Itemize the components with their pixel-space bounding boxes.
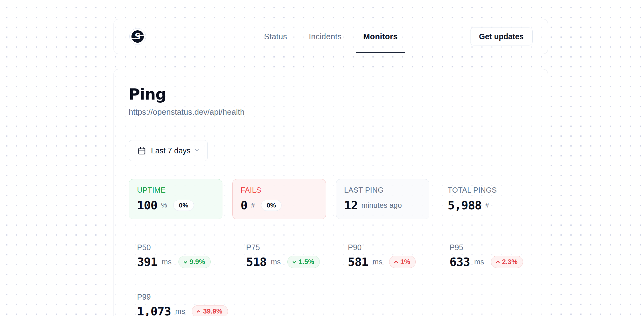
trend-value: 1%	[400, 258, 410, 266]
calendar-icon	[138, 147, 146, 155]
percentile-unit: ms	[162, 258, 172, 266]
trend-badge: 1.5%	[287, 256, 320, 268]
stat-card-last-ping: LAST PING 12 minutes ago	[336, 179, 430, 219]
trend-badge: 2.3%	[491, 256, 523, 268]
stat-value: 0	[241, 199, 247, 212]
percentile-unit: ms	[474, 258, 484, 266]
stat-delta-badge: 0%	[173, 200, 194, 211]
stat-label: LAST PING	[344, 186, 421, 195]
stat-card-uptime: UPTIME 100 % 0%	[129, 179, 222, 219]
trend-badge: 39.9%	[192, 305, 228, 316]
date-range-label: Last 7 days	[151, 146, 191, 155]
stat-card-total-pings: TOTAL PINGS 5,988 #	[439, 179, 533, 219]
trend-value: 2.3%	[502, 258, 517, 266]
nav-tabs: Status Incidents Monitors	[264, 19, 397, 54]
percentile-label: P99	[137, 292, 228, 301]
percentiles-grid: P50 391 ms 9.9% P75 518 ms 1.5%	[129, 243, 533, 316]
percentile-value: 391	[137, 255, 157, 269]
percentile-p99: P99 1,073 ms 39.9%	[129, 292, 228, 316]
monitor-url: https://openstatus.dev/api/health	[129, 107, 533, 117]
stat-label: FAILS	[241, 186, 318, 195]
stat-delta-badge: 0%	[261, 200, 281, 211]
logo-s-glyph: S	[135, 32, 140, 41]
percentile-p95: P95 633 ms 2.3%	[441, 243, 533, 269]
openstatus-logo[interactable]: S	[129, 28, 146, 45]
chevron-down-icon	[195, 147, 199, 152]
percentile-unit: ms	[271, 258, 281, 266]
stat-card-fails: FAILS 0 # 0%	[232, 179, 326, 219]
trend-up-icon	[197, 310, 201, 314]
tab-incidents[interactable]: Incidents	[309, 19, 341, 54]
date-range-dropdown[interactable]: Last 7 days	[129, 140, 208, 161]
stat-unit: %	[161, 201, 167, 209]
percentile-value: 633	[449, 255, 470, 269]
percentile-unit: ms	[372, 258, 382, 266]
monitor-card: Ping https://openstatus.dev/api/health L…	[114, 69, 548, 316]
stat-label: TOTAL PINGS	[448, 186, 525, 195]
percentile-value: 518	[246, 255, 267, 269]
trend-value: 1.5%	[298, 258, 314, 266]
stat-label: UPTIME	[137, 186, 214, 195]
trend-badge: 1%	[389, 256, 416, 268]
stats-row: UPTIME 100 % 0% FAILS 0 # 0% LAST PING 1…	[129, 179, 533, 219]
logo-slit-top	[138, 35, 144, 36]
stat-value: 100	[137, 199, 157, 212]
get-updates-button[interactable]: Get updates	[470, 28, 533, 45]
percentile-label: P50	[137, 243, 228, 252]
trend-up-icon	[496, 260, 500, 264]
percentile-p90: P90 581 ms 1%	[340, 243, 431, 269]
trend-down-icon	[293, 259, 297, 263]
percentile-value: 581	[348, 255, 368, 269]
stat-value: 12	[344, 199, 358, 212]
percentile-label: P95	[449, 243, 533, 252]
top-nav: S Status Incidents Monitors Get updates	[114, 19, 548, 54]
trend-badge: 9.9%	[178, 256, 211, 268]
trend-up-icon	[394, 260, 398, 264]
logo-slit-bottom	[131, 38, 137, 39]
percentile-value: 1,073	[137, 305, 171, 316]
tab-status[interactable]: Status	[264, 19, 287, 54]
tab-monitors[interactable]: Monitors	[363, 19, 397, 54]
stat-unit: #	[485, 201, 489, 209]
percentile-unit: ms	[175, 307, 185, 316]
percentile-label: P75	[246, 243, 330, 252]
stat-value: 5,988	[448, 199, 481, 212]
trend-value: 39.9%	[203, 307, 222, 315]
stat-unit: minutes ago	[361, 201, 402, 210]
percentile-label: P90	[348, 243, 431, 252]
percentile-p50: P50 391 ms 9.9%	[129, 243, 228, 269]
openstatus-logo-mark: S	[131, 30, 144, 43]
trend-down-icon	[183, 259, 187, 263]
stat-unit: #	[251, 201, 255, 209]
trend-value: 9.9%	[190, 258, 205, 266]
percentile-p75: P75 518 ms 1.5%	[238, 243, 330, 269]
page-title: Ping	[129, 86, 533, 103]
